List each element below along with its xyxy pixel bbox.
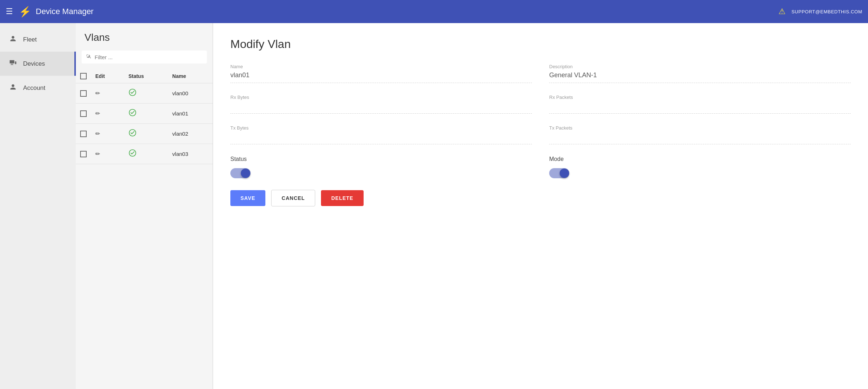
row-edit-cell: ✏ [91,124,124,144]
svg-rect-2 [12,64,12,65]
edit-icon[interactable]: ✏ [95,90,100,96]
row-status-cell [124,144,168,164]
edit-icon[interactable]: ✏ [95,151,100,157]
svg-rect-3 [11,65,13,65]
table-row: ✏ vlan01 [76,104,213,124]
table-row: ✏ vlan00 [76,83,213,104]
status-check-icon [129,150,136,158]
row-checkbox-cell [76,144,91,164]
form-row-tx: Tx Bytes Tx Packets [230,125,851,144]
name-label: Name [230,64,532,69]
vlans-title: Vlans [76,32,213,51]
description-label: Description [549,64,851,69]
filter-input[interactable] [95,54,203,60]
table-row: ✏ vlan03 [76,144,213,164]
header-checkbox[interactable] [80,73,87,79]
status-check-icon [129,110,136,118]
header-right: ⚠ SUPPORT@EMBEDTHIS.COM [778,7,862,16]
status-label: Status [230,156,532,162]
edit-icon[interactable]: ✏ [95,131,100,137]
row-checkbox[interactable] [80,151,87,157]
row-checkbox-cell [76,83,91,104]
row-edit-cell: ✏ [91,144,124,164]
main-content: Vlans Edit Status [76,23,868,389]
status-toggle-wrap [230,168,532,178]
lightning-icon: ⚡ [19,6,31,18]
row-status-cell [124,104,168,124]
tx-packets-label: Tx Packets [549,125,851,131]
col-checkbox [76,69,91,83]
rx-bytes-label: Rx Bytes [230,95,532,100]
tx-packets-value[interactable] [549,133,851,144]
filter-input-wrap [82,51,207,64]
status-toggle-knob [241,169,250,178]
mode-label: Mode [549,156,851,162]
row-checkbox[interactable] [80,110,87,117]
row-checkbox[interactable] [80,131,87,137]
sidebar: Fleet Devices Account [0,23,76,389]
menu-icon[interactable]: ☰ [6,7,13,16]
sidebar-item-devices-label: Devices [23,60,45,67]
svg-point-0 [12,36,14,39]
field-tx-bytes: Tx Bytes [230,125,532,144]
rx-packets-label: Rx Packets [549,95,851,100]
field-rx-packets: Rx Packets [549,95,851,114]
sidebar-item-fleet[interactable]: Fleet [0,27,76,52]
mode-toggle[interactable] [549,168,569,178]
field-name: Name vlan01 [230,64,532,83]
alert-icon[interactable]: ⚠ [778,7,786,16]
row-checkbox[interactable] [80,90,87,97]
row-edit-cell: ✏ [91,83,124,104]
status-section: Status [230,156,532,178]
mode-toggle-wrap [549,168,851,178]
app-header: ☰ ⚡ Device Manager ⚠ SUPPORT@EMBEDTHIS.C… [0,0,868,23]
row-name-cell: vlan02 [168,124,213,144]
svg-rect-1 [10,60,14,64]
tx-bytes-value[interactable] [230,133,532,144]
cancel-button[interactable]: CANCEL [271,190,315,206]
sidebar-item-devices[interactable]: Devices [0,52,76,76]
name-value[interactable]: vlan01 [230,71,532,83]
status-mode-labels-row: Status Mode [230,156,851,178]
devices-icon [9,59,17,69]
row-edit-cell: ✏ [91,104,124,124]
row-name-cell: vlan01 [168,104,213,124]
description-value[interactable]: General VLAN-1 [549,71,851,83]
row-checkbox-cell [76,104,91,124]
svg-rect-4 [15,61,17,64]
account-icon [9,83,17,93]
edit-icon[interactable]: ✏ [95,110,100,117]
rx-bytes-value[interactable] [230,102,532,114]
field-rx-bytes: Rx Bytes [230,95,532,114]
field-description: Description General VLAN-1 [549,64,851,83]
sidebar-item-fleet-label: Fleet [23,36,37,43]
main-layout: Fleet Devices Account Vlans [0,23,868,389]
vlans-table: Edit Status Name ✏ vlan00 [76,69,213,164]
status-check-icon [129,90,136,98]
fleet-icon [9,35,17,44]
mode-toggle-knob [560,169,569,178]
delete-button[interactable]: DELETE [321,190,363,206]
rx-packets-value[interactable] [549,102,851,114]
app-title: Device Manager [36,7,778,16]
save-button[interactable]: SAVE [230,190,265,206]
sidebar-item-account[interactable]: Account [0,76,76,100]
action-buttons: SAVE CANCEL DELETE [230,190,851,206]
vlans-filter [76,51,213,69]
sidebar-item-account-label: Account [23,84,45,92]
form-row-name-desc: Name vlan01 Description General VLAN-1 [230,64,851,83]
svg-point-5 [12,84,14,87]
row-name-cell: vlan00 [168,83,213,104]
field-tx-packets: Tx Packets [549,125,851,144]
form-row-rx: Rx Bytes Rx Packets [230,95,851,114]
search-icon [86,53,92,61]
modify-vlan-panel: Modify Vlan Name vlan01 Description Gene… [213,23,868,389]
user-email: SUPPORT@EMBEDTHIS.COM [791,9,862,14]
row-checkbox-cell [76,124,91,144]
table-row: ✏ vlan02 [76,124,213,144]
row-status-cell [124,83,168,104]
col-status: Status [124,69,168,83]
modify-vlan-title: Modify Vlan [230,38,851,51]
status-toggle[interactable] [230,168,251,178]
col-name: Name [168,69,213,83]
